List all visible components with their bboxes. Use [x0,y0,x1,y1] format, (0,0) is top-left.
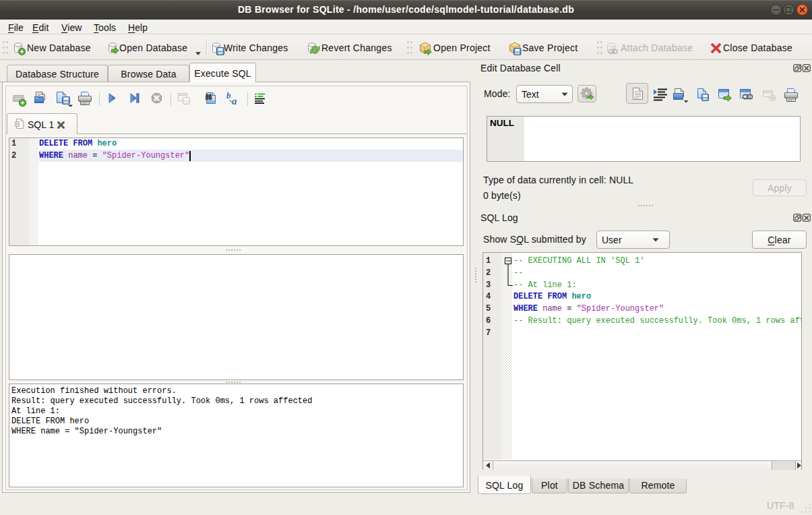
svg-text:a: a [232,96,237,106]
svg-text:b: b [226,91,231,100]
